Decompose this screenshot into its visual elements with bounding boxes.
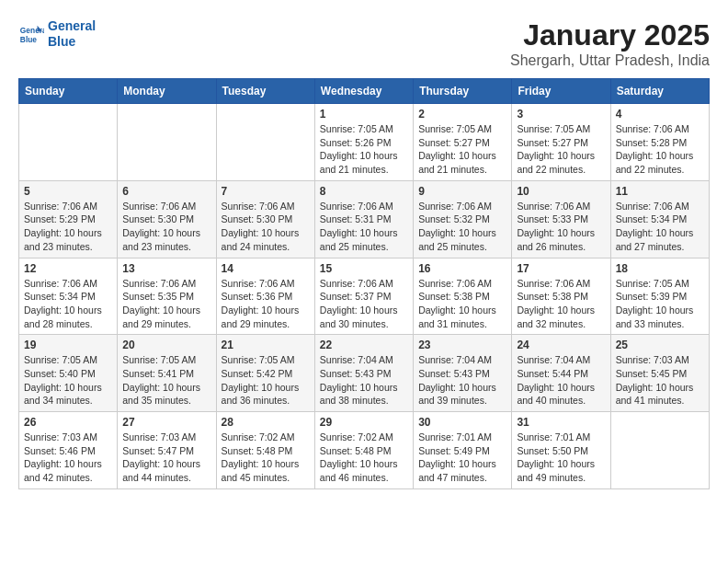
day-number: 22 bbox=[320, 339, 408, 351]
day-info: Sunrise: 7:04 AM Sunset: 5:43 PM Dayligh… bbox=[320, 353, 408, 408]
day-info: Sunrise: 7:06 AM Sunset: 5:33 PM Dayligh… bbox=[517, 200, 605, 254]
day-number: 28 bbox=[222, 416, 310, 429]
day-number: 8 bbox=[320, 185, 408, 198]
day-info: Sunrise: 7:06 AM Sunset: 5:30 PM Dayligh… bbox=[222, 200, 310, 254]
day-number: 24 bbox=[517, 339, 605, 351]
day-info: Sunrise: 7:04 AM Sunset: 5:44 PM Dayligh… bbox=[517, 353, 605, 408]
day-number: 1 bbox=[320, 108, 408, 121]
day-number: 29 bbox=[320, 416, 408, 429]
day-info: Sunrise: 7:06 AM Sunset: 5:34 PM Dayligh… bbox=[24, 277, 112, 331]
day-info: Sunrise: 7:05 AM Sunset: 5:41 PM Dayligh… bbox=[122, 353, 210, 408]
day-info: Sunrise: 7:05 AM Sunset: 5:42 PM Dayligh… bbox=[222, 353, 310, 408]
week-row-4: 19Sunrise: 7:05 AM Sunset: 5:40 PM Dayli… bbox=[19, 335, 710, 412]
calendar-cell: 29Sunrise: 7:02 AM Sunset: 5:48 PM Dayli… bbox=[314, 412, 413, 489]
col-header-monday: Monday bbox=[118, 79, 216, 104]
day-number: 3 bbox=[517, 108, 605, 121]
day-info: Sunrise: 7:06 AM Sunset: 5:31 PM Dayligh… bbox=[320, 200, 408, 254]
day-info: Sunrise: 7:01 AM Sunset: 5:50 PM Dayligh… bbox=[517, 431, 605, 485]
calendar-cell: 7Sunrise: 7:06 AM Sunset: 5:30 PM Daylig… bbox=[216, 180, 314, 258]
day-number: 20 bbox=[122, 339, 210, 351]
day-number: 5 bbox=[24, 185, 112, 198]
calendar-cell: 22Sunrise: 7:04 AM Sunset: 5:43 PM Dayli… bbox=[314, 335, 413, 412]
calendar-cell bbox=[610, 412, 709, 489]
day-number: 2 bbox=[418, 108, 506, 121]
logo-icon: General Blue bbox=[18, 21, 44, 47]
calendar-cell: 13Sunrise: 7:06 AM Sunset: 5:35 PM Dayli… bbox=[118, 258, 216, 335]
calendar-cell bbox=[118, 104, 216, 181]
day-number: 18 bbox=[616, 262, 704, 275]
col-header-sunday: Sunday bbox=[19, 79, 118, 104]
calendar-cell: 15Sunrise: 7:06 AM Sunset: 5:37 PM Dayli… bbox=[314, 258, 413, 335]
day-info: Sunrise: 7:03 AM Sunset: 5:45 PM Dayligh… bbox=[616, 353, 704, 408]
calendar-cell: 2Sunrise: 7:05 AM Sunset: 5:27 PM Daylig… bbox=[414, 104, 512, 181]
logo-line2: Blue bbox=[48, 34, 75, 49]
day-number: 17 bbox=[517, 262, 605, 275]
day-info: Sunrise: 7:05 AM Sunset: 5:40 PM Dayligh… bbox=[24, 353, 112, 408]
week-row-3: 12Sunrise: 7:06 AM Sunset: 5:34 PM Dayli… bbox=[19, 258, 710, 335]
logo-text: General Blue bbox=[48, 18, 96, 50]
day-info: Sunrise: 7:06 AM Sunset: 5:30 PM Dayligh… bbox=[122, 200, 210, 254]
day-number: 26 bbox=[24, 416, 112, 429]
calendar-table: SundayMondayTuesdayWednesdayThursdayFrid… bbox=[18, 78, 710, 489]
day-info: Sunrise: 7:02 AM Sunset: 5:48 PM Dayligh… bbox=[222, 431, 310, 485]
header-row: SundayMondayTuesdayWednesdayThursdayFrid… bbox=[19, 79, 710, 104]
day-number: 15 bbox=[320, 262, 408, 275]
week-row-5: 26Sunrise: 7:03 AM Sunset: 5:46 PM Dayli… bbox=[19, 412, 710, 489]
day-info: Sunrise: 7:06 AM Sunset: 5:32 PM Dayligh… bbox=[418, 200, 506, 254]
calendar-cell: 18Sunrise: 7:05 AM Sunset: 5:39 PM Dayli… bbox=[610, 258, 709, 335]
day-info: Sunrise: 7:05 AM Sunset: 5:26 PM Dayligh… bbox=[320, 122, 408, 177]
week-row-1: 1Sunrise: 7:05 AM Sunset: 5:26 PM Daylig… bbox=[19, 104, 710, 181]
svg-text:Blue: Blue bbox=[20, 35, 37, 44]
day-number: 10 bbox=[517, 185, 605, 198]
calendar-cell: 31Sunrise: 7:01 AM Sunset: 5:50 PM Dayli… bbox=[512, 412, 610, 489]
day-number: 23 bbox=[418, 339, 506, 351]
day-info: Sunrise: 7:05 AM Sunset: 5:27 PM Dayligh… bbox=[418, 122, 506, 177]
calendar-cell: 14Sunrise: 7:06 AM Sunset: 5:36 PM Dayli… bbox=[216, 258, 314, 335]
calendar-cell: 27Sunrise: 7:03 AM Sunset: 5:47 PM Dayli… bbox=[118, 412, 216, 489]
day-info: Sunrise: 7:05 AM Sunset: 5:39 PM Dayligh… bbox=[616, 277, 704, 331]
calendar-cell: 21Sunrise: 7:05 AM Sunset: 5:42 PM Dayli… bbox=[216, 335, 314, 412]
calendar-cell: 12Sunrise: 7:06 AM Sunset: 5:34 PM Dayli… bbox=[19, 258, 118, 335]
calendar-cell: 20Sunrise: 7:05 AM Sunset: 5:41 PM Dayli… bbox=[118, 335, 216, 412]
calendar-cell: 9Sunrise: 7:06 AM Sunset: 5:32 PM Daylig… bbox=[414, 180, 512, 258]
calendar-cell: 26Sunrise: 7:03 AM Sunset: 5:46 PM Dayli… bbox=[19, 412, 118, 489]
day-number: 27 bbox=[122, 416, 210, 429]
day-info: Sunrise: 7:03 AM Sunset: 5:47 PM Dayligh… bbox=[122, 431, 210, 485]
calendar-cell: 10Sunrise: 7:06 AM Sunset: 5:33 PM Dayli… bbox=[512, 180, 610, 258]
day-info: Sunrise: 7:04 AM Sunset: 5:43 PM Dayligh… bbox=[418, 353, 506, 408]
day-number: 13 bbox=[122, 262, 210, 275]
page-header: General Blue General Blue January 2025 S… bbox=[18, 18, 710, 69]
logo: General Blue General Blue bbox=[18, 18, 96, 50]
calendar-cell: 25Sunrise: 7:03 AM Sunset: 5:45 PM Dayli… bbox=[610, 335, 709, 412]
day-info: Sunrise: 7:03 AM Sunset: 5:46 PM Dayligh… bbox=[24, 431, 112, 485]
calendar-cell: 8Sunrise: 7:06 AM Sunset: 5:31 PM Daylig… bbox=[314, 180, 413, 258]
day-number: 7 bbox=[222, 185, 310, 198]
day-number: 14 bbox=[222, 262, 310, 275]
day-info: Sunrise: 7:01 AM Sunset: 5:49 PM Dayligh… bbox=[418, 431, 506, 485]
day-number: 11 bbox=[616, 185, 704, 198]
col-header-saturday: Saturday bbox=[610, 79, 709, 104]
day-info: Sunrise: 7:06 AM Sunset: 5:29 PM Dayligh… bbox=[24, 200, 112, 254]
col-header-tuesday: Tuesday bbox=[216, 79, 314, 104]
day-number: 25 bbox=[616, 339, 704, 351]
calendar-cell: 1Sunrise: 7:05 AM Sunset: 5:26 PM Daylig… bbox=[314, 104, 413, 181]
col-header-wednesday: Wednesday bbox=[314, 79, 413, 104]
calendar-cell: 24Sunrise: 7:04 AM Sunset: 5:44 PM Dayli… bbox=[512, 335, 610, 412]
week-row-2: 5Sunrise: 7:06 AM Sunset: 5:29 PM Daylig… bbox=[19, 180, 710, 258]
day-number: 19 bbox=[24, 339, 112, 351]
day-number: 31 bbox=[517, 416, 605, 429]
calendar-cell: 19Sunrise: 7:05 AM Sunset: 5:40 PM Dayli… bbox=[19, 335, 118, 412]
calendar-cell bbox=[216, 104, 314, 181]
day-number: 6 bbox=[122, 185, 210, 198]
day-number: 4 bbox=[616, 108, 704, 121]
calendar-cell: 3Sunrise: 7:05 AM Sunset: 5:27 PM Daylig… bbox=[512, 104, 610, 181]
calendar-cell bbox=[19, 104, 118, 181]
day-number: 30 bbox=[418, 416, 506, 429]
title-block: January 2025 Shergarh, Uttar Pradesh, In… bbox=[510, 18, 710, 69]
day-info: Sunrise: 7:06 AM Sunset: 5:28 PM Dayligh… bbox=[616, 122, 704, 177]
logo-line1: General bbox=[48, 18, 96, 33]
calendar-subtitle: Shergarh, Uttar Pradesh, India bbox=[510, 52, 710, 69]
calendar-cell: 11Sunrise: 7:06 AM Sunset: 5:34 PM Dayli… bbox=[610, 180, 709, 258]
calendar-cell: 17Sunrise: 7:06 AM Sunset: 5:38 PM Dayli… bbox=[512, 258, 610, 335]
day-info: Sunrise: 7:02 AM Sunset: 5:48 PM Dayligh… bbox=[320, 431, 408, 485]
